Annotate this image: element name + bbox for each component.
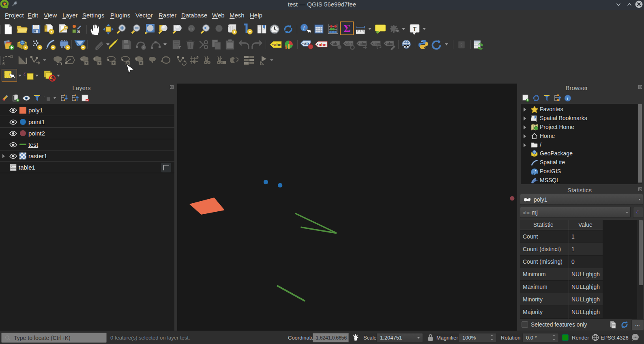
svg-text:i: i — [567, 96, 568, 101]
svg-text:ε: ε — [44, 95, 45, 99]
svg-text:ε: ε — [24, 70, 26, 77]
svg-text:abc: abc — [387, 42, 393, 46]
svg-text:i: i — [303, 25, 305, 31]
svg-text:abc: abc — [360, 42, 366, 46]
svg-text:?: ? — [460, 43, 462, 47]
svg-text:abc: abc — [346, 42, 353, 46]
svg-text:abc: abc — [319, 42, 326, 47]
svg-text:1:1: 1:1 — [189, 27, 193, 31]
svg-text:ab: ab — [304, 41, 309, 46]
svg-text:T: T — [413, 25, 416, 32]
svg-text:ab: ab — [333, 42, 337, 46]
svg-text:abc: abc — [274, 43, 281, 47]
